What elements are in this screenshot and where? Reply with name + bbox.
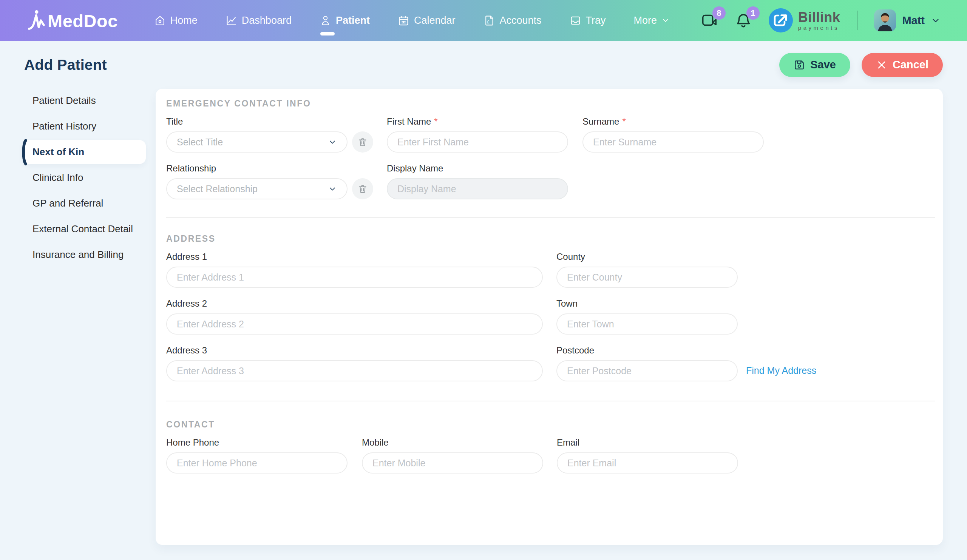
- sidebar-item-insurance-and-billing[interactable]: Insurance and Billing: [23, 243, 146, 267]
- sidebar-item-patient-history[interactable]: Patient History: [23, 114, 146, 138]
- address2-input[interactable]: [166, 313, 543, 334]
- nav-item-dashboard[interactable]: Dashboard: [226, 15, 292, 26]
- find-my-address-link[interactable]: Find My Address: [746, 365, 816, 376]
- nav-item-label: Tray: [586, 15, 606, 26]
- relationship-field-group: Relationship Select Relationship: [166, 163, 348, 199]
- billink-icon: [769, 8, 793, 33]
- address3-input[interactable]: [166, 360, 543, 381]
- address2-field-group: Address 2: [166, 298, 543, 334]
- town-input[interactable]: [556, 313, 738, 334]
- sidebar-item-external-contact-detail[interactable]: External Contact Detail: [23, 217, 146, 241]
- user-menu[interactable]: Matt: [874, 10, 941, 31]
- sidebar-item-patient-details[interactable]: Patient Details: [23, 89, 146, 112]
- nav-item-more[interactable]: More: [634, 15, 670, 26]
- contact-heading: CONTACT: [166, 420, 935, 430]
- notifications-button[interactable]: 1: [735, 12, 752, 29]
- nav-item-patient[interactable]: Patient: [320, 15, 370, 26]
- active-section-bracket: [20, 139, 28, 165]
- first-name-label: First Name*: [387, 116, 568, 127]
- county-input[interactable]: [556, 267, 738, 288]
- cancel-button-label: Cancel: [893, 59, 929, 71]
- relationship-select-placeholder: Select Relationship: [177, 183, 257, 194]
- address3-field-group: Address 3: [166, 345, 543, 381]
- top-navbar: MedDoc Home Dashboard Patient Calendar £…: [0, 0, 967, 41]
- save-button-label: Save: [810, 59, 836, 71]
- svg-text:£: £: [487, 19, 490, 24]
- billink-tagline: payments: [798, 25, 840, 31]
- title-select[interactable]: Select Title: [166, 132, 348, 153]
- required-asterisk: *: [622, 116, 625, 127]
- mobile-input[interactable]: [362, 452, 543, 474]
- tray-icon: [569, 15, 581, 26]
- section-divider: [166, 401, 935, 402]
- nav-item-label: More: [634, 15, 657, 26]
- mobile-field-group: Mobile: [362, 437, 543, 474]
- nav-item-label: Patient: [336, 15, 370, 26]
- sidebar-item-next-of-kin[interactable]: Next of Kin: [23, 140, 146, 164]
- postcode-label: Postcode: [556, 345, 738, 356]
- county-label: County: [556, 252, 738, 262]
- email-label: Email: [557, 437, 738, 448]
- clear-relationship-button[interactable]: [352, 178, 373, 199]
- page-title: Add Patient: [24, 57, 107, 73]
- relationship-label: Relationship: [166, 163, 348, 174]
- display-name-input: [387, 178, 568, 199]
- close-icon: [876, 59, 887, 71]
- relationship-select[interactable]: Select Relationship: [166, 178, 348, 199]
- cancel-button[interactable]: Cancel: [861, 53, 943, 77]
- contact-row: Home Phone Mobile Email: [166, 437, 935, 474]
- dashboard-icon: [226, 15, 237, 26]
- emergency-contact-heading: EMERGENCY CONTACT INFO: [166, 99, 935, 109]
- sidebar-item-label: Patient Details: [33, 95, 96, 107]
- calendar-icon: [398, 15, 409, 26]
- address-row-3: Address 3 Postcode Find My Address: [166, 345, 935, 381]
- home-phone-input[interactable]: [166, 452, 348, 474]
- video-call-button[interactable]: 8: [701, 12, 718, 29]
- billink-payments-logo[interactable]: Billink payments: [769, 8, 840, 33]
- select-chevron-icon: [328, 137, 337, 147]
- address-row-1: Address 1 County: [166, 252, 935, 288]
- chevron-down-icon: [662, 16, 670, 25]
- first-name-input[interactable]: [387, 132, 568, 153]
- nav-item-calendar[interactable]: Calendar: [398, 15, 455, 26]
- required-asterisk: *: [434, 116, 437, 127]
- county-field-group: County: [556, 252, 738, 288]
- avatar: [874, 10, 896, 31]
- navbar-right-cluster: 8 1 Billink payments: [701, 8, 941, 33]
- pulse-logo-icon: [27, 10, 47, 31]
- emergency-row-1: Title Select Title First Name* Surname*: [166, 116, 935, 153]
- emergency-row-2: Relationship Select Relationship Display…: [166, 163, 935, 199]
- accounts-icon: £: [484, 15, 495, 26]
- home-icon: [154, 15, 166, 26]
- home-phone-label: Home Phone: [166, 437, 348, 448]
- address1-input[interactable]: [166, 267, 543, 288]
- surname-field-group: Surname*: [583, 116, 764, 153]
- save-icon: [794, 59, 805, 71]
- section-divider: [166, 217, 935, 218]
- page-header: Add Patient Save Cancel: [0, 41, 967, 89]
- sidebar-item-label: Patient History: [33, 120, 96, 132]
- sidebar-item-clinical-info[interactable]: Clinical Info: [23, 166, 146, 189]
- active-nav-indicator: [320, 32, 335, 36]
- clear-title-button[interactable]: [352, 132, 373, 153]
- surname-label: Surname*: [583, 116, 764, 127]
- surname-input[interactable]: [583, 132, 764, 153]
- app-logo-text: MedDoc: [48, 12, 118, 31]
- trash-icon: [358, 184, 368, 194]
- address1-label: Address 1: [166, 252, 543, 262]
- nav-item-home[interactable]: Home: [154, 15, 198, 26]
- sidebar-item-gp-and-referral[interactable]: GP and Referral: [23, 191, 146, 215]
- nav-item-accounts[interactable]: £ Accounts: [484, 15, 542, 26]
- user-name: Matt: [902, 14, 925, 27]
- video-notification-badge: 8: [713, 7, 726, 20]
- save-button[interactable]: Save: [779, 53, 850, 77]
- app-logo[interactable]: MedDoc: [27, 10, 118, 31]
- nav-item-tray[interactable]: Tray: [569, 15, 606, 26]
- nav-item-label: Home: [170, 15, 198, 26]
- email-input[interactable]: [557, 452, 738, 474]
- address2-label: Address 2: [166, 298, 543, 309]
- address-heading: ADDRESS: [166, 234, 935, 244]
- postcode-input[interactable]: [556, 360, 738, 381]
- sidebar-item-label: Next of Kin: [33, 146, 84, 158]
- sidebar-item-label: Insurance and Billing: [33, 249, 124, 260]
